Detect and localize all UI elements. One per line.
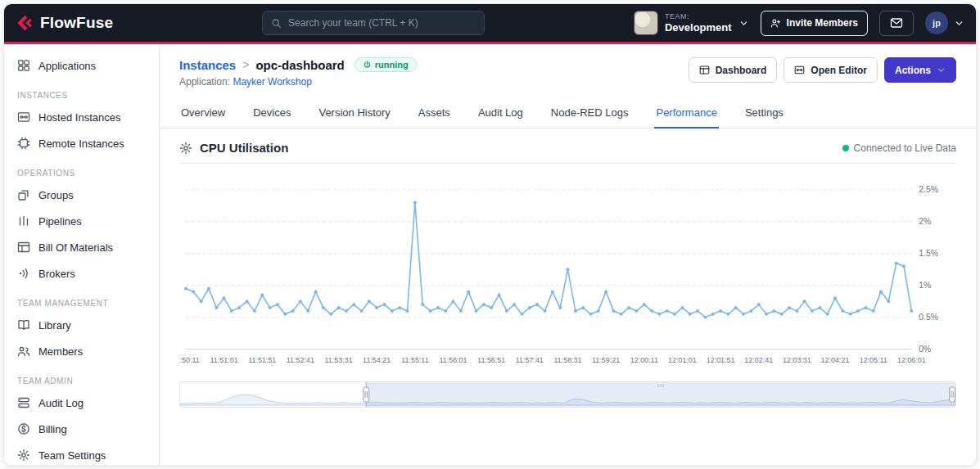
flowfuse-logo-icon xyxy=(16,14,34,32)
tab-performance[interactable]: Performance xyxy=(654,98,718,129)
tab-node-red-logs[interactable]: Node-RED Logs xyxy=(549,98,630,129)
main-content: Instances > opc-dashboard running Applic… xyxy=(160,44,976,465)
sidebar-item-label: Bill Of Materials xyxy=(38,241,113,254)
sidebar-item-bill-of-materials[interactable]: Bill Of Materials xyxy=(4,234,159,260)
book-icon xyxy=(17,318,30,331)
sidebar-section-instances: INSTANCES xyxy=(4,79,159,104)
gear-icon xyxy=(179,142,192,155)
chevron-down-icon xyxy=(738,18,749,29)
gear-icon xyxy=(17,449,30,462)
server-icon xyxy=(17,396,30,409)
pipelines-icon xyxy=(17,214,30,228)
tab-settings[interactable]: Settings xyxy=(743,98,785,129)
chevron-down-icon xyxy=(954,18,964,29)
sidebar-item-label: Audit Log xyxy=(38,397,84,409)
sidebar-item-brokers[interactable]: Brokers xyxy=(4,260,159,286)
sidebar-section-operations: OPERATIONS xyxy=(4,156,159,182)
svg-text:11:58:31: 11:58:31 xyxy=(553,356,581,364)
panel-title: CPU Utilisation xyxy=(200,141,288,155)
tab-devices[interactable]: Devices xyxy=(251,98,292,129)
breadcrumb: Instances > opc-dashboard running xyxy=(179,57,417,72)
svg-text:12:03:31: 12:03:31 xyxy=(783,356,811,364)
actions-button[interactable]: Actions xyxy=(884,57,956,83)
sidebar-item-applications[interactable]: Applications xyxy=(4,52,159,79)
performance-panel: CPU Utilisation Connected to Live Data 0… xyxy=(160,129,976,465)
invite-members-label: Invite Members xyxy=(787,17,858,29)
svg-text:0%: 0% xyxy=(919,345,931,354)
svg-text:12:01:01: 12:01:01 xyxy=(668,356,697,364)
instance-tabs: Overview Devices Version History Assets … xyxy=(160,98,976,129)
sidebar-nav: Applications INSTANCES Hosted Instances … xyxy=(4,44,160,465)
navigator-svg[interactable] xyxy=(180,382,955,407)
svg-text:1%: 1% xyxy=(919,281,931,290)
broadcast-icon xyxy=(17,267,30,280)
power-icon xyxy=(363,61,372,70)
live-status-dot xyxy=(842,145,849,151)
open-editor-button-label: Open Editor xyxy=(811,65,867,76)
application-link[interactable]: Mayker Workshop xyxy=(233,76,311,88)
application-line: Application: Mayker Workshop xyxy=(179,76,417,88)
svg-text:11:56:01: 11:56:01 xyxy=(439,356,467,364)
flowfuse-brand[interactable]: FlowFuse xyxy=(16,14,113,32)
sidebar-item-pipelines[interactable]: Pipelines xyxy=(4,208,159,234)
svg-text:11:59:21: 11:59:21 xyxy=(592,356,620,364)
panel-title-row: CPU Utilisation xyxy=(179,141,288,155)
users-icon xyxy=(17,345,30,358)
sidebar-item-label: Applications xyxy=(38,60,96,72)
actions-button-label: Actions xyxy=(895,65,931,76)
sidebar-item-members[interactable]: Members xyxy=(4,338,159,364)
navbar-right-cluster: TEAM: Development Invite Members xyxy=(634,11,964,36)
team-label: TEAM: xyxy=(665,12,732,21)
sidebar-item-audit-log[interactable]: Audit Log xyxy=(4,390,159,416)
tab-audit-log[interactable]: Audit Log xyxy=(476,98,525,129)
svg-text:11:54:21: 11:54:21 xyxy=(363,356,391,364)
team-search[interactable] xyxy=(262,11,485,35)
sidebar-item-label: Team Settings xyxy=(38,449,106,462)
sidebar-item-team-settings[interactable]: Team Settings xyxy=(4,442,159,465)
tab-overview[interactable]: Overview xyxy=(179,98,227,129)
svg-text:1.5%: 1.5% xyxy=(919,249,938,258)
dashboard-icon xyxy=(699,65,710,75)
tab-version-history[interactable]: Version History xyxy=(317,98,391,129)
invite-members-button[interactable]: Invite Members xyxy=(761,11,868,36)
breadcrumb-instances-link[interactable]: Instances xyxy=(179,58,236,72)
sidebar-item-label: Remote Instances xyxy=(38,138,124,150)
user-avatar: jp xyxy=(925,11,948,34)
chart-navigator[interactable] xyxy=(179,381,956,408)
notifications-button[interactable] xyxy=(879,11,914,36)
svg-text:11:50:11: 11:50:11 xyxy=(179,356,200,364)
search-input[interactable] xyxy=(288,17,476,29)
dashboard-button[interactable]: Dashboard xyxy=(689,57,778,83)
top-navbar: FlowFuse TEAM: Development xyxy=(4,4,976,44)
live-status-label: Connected to Live Data xyxy=(854,142,956,154)
sidebar-item-hosted-instances[interactable]: Hosted Instances xyxy=(4,104,159,130)
application-label: Application: xyxy=(179,76,230,88)
user-menu[interactable]: jp xyxy=(925,11,964,34)
team-name: Development xyxy=(665,21,732,34)
svg-text:12:00:11: 12:00:11 xyxy=(630,356,658,364)
svg-text:11:52:41: 11:52:41 xyxy=(287,356,314,364)
status-badge-label: running xyxy=(375,60,409,70)
live-status: Connected to Live Data xyxy=(842,142,956,154)
svg-text:2.5%: 2.5% xyxy=(919,185,938,194)
sidebar-item-billing[interactable]: Billing xyxy=(4,416,159,442)
team-selector[interactable]: TEAM: Development xyxy=(634,11,749,35)
tab-assets[interactable]: Assets xyxy=(417,98,452,129)
brand-name: FlowFuse xyxy=(40,14,113,32)
sidebar-item-label: Brokers xyxy=(38,268,75,280)
dashboard-button-label: Dashboard xyxy=(716,65,767,76)
svg-text:12:01:51: 12:01:51 xyxy=(707,356,735,364)
svg-text:11:57:41: 11:57:41 xyxy=(516,356,544,364)
sidebar-item-label: Hosted Instances xyxy=(38,111,120,124)
status-badge: running xyxy=(355,57,417,72)
svg-text:11:51:51: 11:51:51 xyxy=(248,356,276,364)
app-window: FlowFuse TEAM: Development xyxy=(3,3,977,466)
sidebar-item-library[interactable]: Library xyxy=(4,312,159,338)
mail-icon xyxy=(890,16,903,29)
sidebar-item-remote-instances[interactable]: Remote Instances xyxy=(4,130,159,156)
instance-icon xyxy=(17,110,30,124)
open-editor-button[interactable]: Open Editor xyxy=(784,57,878,83)
svg-text:11:56:51: 11:56:51 xyxy=(477,356,505,364)
sidebar-item-groups[interactable]: Groups xyxy=(4,182,159,208)
chevron-down-icon xyxy=(937,65,946,74)
